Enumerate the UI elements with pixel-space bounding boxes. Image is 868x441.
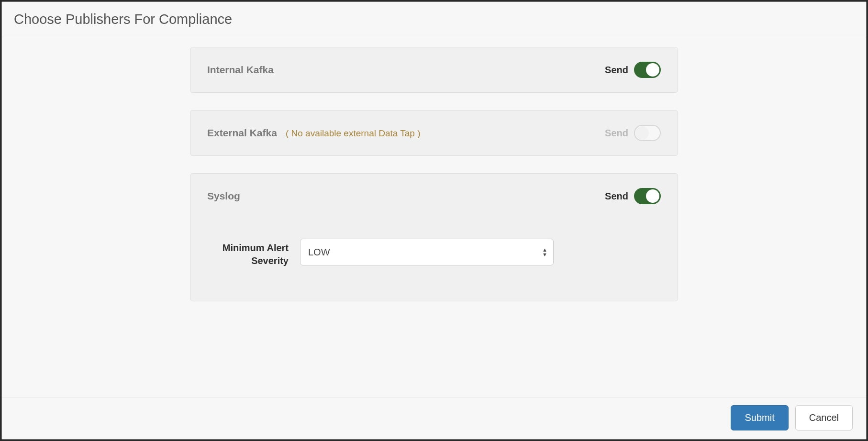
panel-title: Internal Kafka xyxy=(207,64,274,76)
publisher-panel-syslog: Syslog Send Minimum Alert Severity LOW xyxy=(190,173,678,301)
panel-title: Syslog xyxy=(207,190,240,202)
modal-title: Choose Publishers For Compliance xyxy=(14,11,854,27)
panel-header-row: Internal Kafka Send xyxy=(190,47,678,92)
panel-left: External Kafka ( No available external D… xyxy=(207,127,605,139)
severity-row: Minimum Alert Severity LOW ▲▼ xyxy=(207,239,661,267)
submit-button[interactable]: Submit xyxy=(731,405,788,430)
send-toggle-external-kafka xyxy=(634,125,661,141)
panel-header-row: External Kafka ( No available external D… xyxy=(190,110,678,155)
select-caret-icon: ▲▼ xyxy=(542,248,547,256)
publisher-panel-external-kafka: External Kafka ( No available external D… xyxy=(190,110,678,156)
modal-dialog: Choose Publishers For Compliance Interna… xyxy=(1,1,867,440)
send-label: Send xyxy=(605,128,628,139)
send-toggle-group: Send xyxy=(605,188,661,204)
send-label: Send xyxy=(605,65,628,76)
send-toggle-group: Send xyxy=(605,125,661,141)
panel-note: ( No available external Data Tap ) xyxy=(286,128,421,139)
panel-left: Internal Kafka xyxy=(207,64,605,76)
panel-header-row: Syslog Send xyxy=(190,174,678,219)
panel-body: Minimum Alert Severity LOW ▲▼ xyxy=(190,219,678,301)
severity-label: Minimum Alert Severity xyxy=(207,239,289,267)
panel-left: Syslog xyxy=(207,190,605,202)
send-toggle-syslog[interactable] xyxy=(634,188,661,204)
modal-body: Internal Kafka Send External Kafka ( No xyxy=(2,38,866,397)
publisher-panel-internal-kafka: Internal Kafka Send xyxy=(190,47,678,93)
send-toggle-internal-kafka[interactable] xyxy=(634,62,661,78)
severity-select-value: LOW xyxy=(308,247,330,258)
send-toggle-group: Send xyxy=(605,62,661,78)
toggle-knob xyxy=(635,126,649,140)
modal-header: Choose Publishers For Compliance xyxy=(2,2,866,38)
send-label: Send xyxy=(605,191,628,202)
modal-footer: Submit Cancel xyxy=(2,397,866,439)
toggle-knob xyxy=(646,63,659,77)
toggle-knob xyxy=(646,189,659,203)
severity-select[interactable]: LOW ▲▼ xyxy=(300,239,554,265)
modal-body-inner: Internal Kafka Send External Kafka ( No xyxy=(190,47,678,301)
panel-title: External Kafka xyxy=(207,127,277,139)
cancel-button[interactable]: Cancel xyxy=(795,405,853,430)
